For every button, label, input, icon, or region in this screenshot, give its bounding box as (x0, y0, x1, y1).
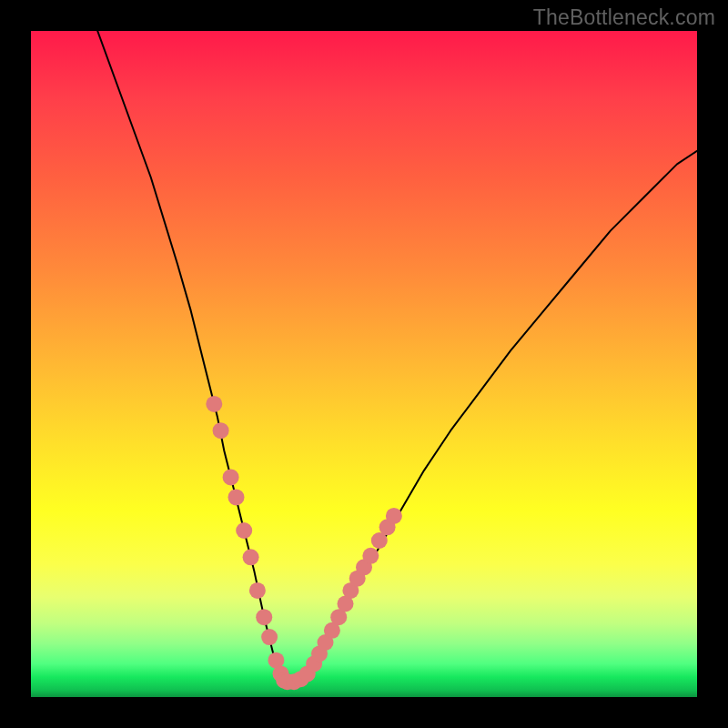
highlight-dots (206, 396, 402, 690)
highlight-dot (228, 489, 245, 505)
chart-frame: TheBottleneck.com (0, 0, 728, 728)
highlight-dot (236, 522, 252, 539)
highlight-dot (206, 396, 222, 412)
highlight-dot (223, 469, 239, 485)
chart-svg (31, 31, 697, 697)
highlight-dot (386, 508, 402, 524)
plot-area (31, 31, 697, 697)
highlight-dot (261, 629, 278, 645)
highlight-dot (243, 549, 259, 565)
watermark-text: TheBottleneck.com (533, 5, 715, 30)
highlight-dot (362, 548, 379, 564)
highlight-dot (256, 609, 272, 625)
highlight-dot (249, 582, 266, 599)
highlight-dot (213, 422, 229, 439)
